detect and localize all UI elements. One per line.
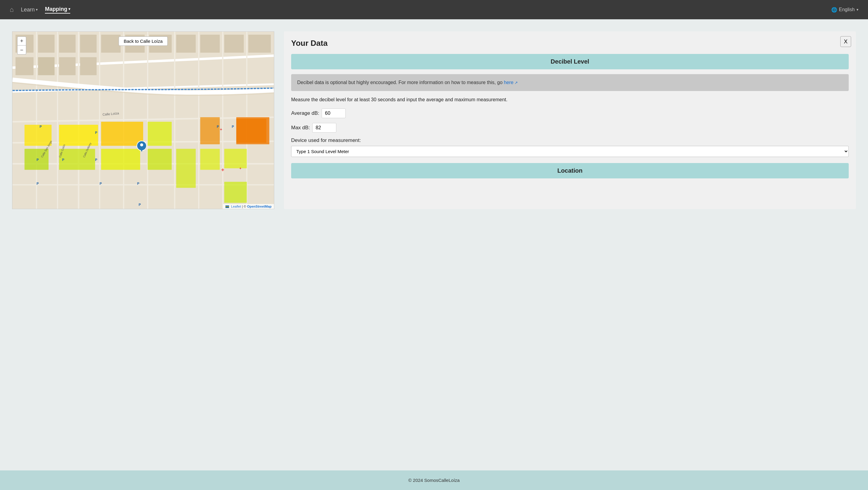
measure-instructions: Measure the decibel level for at least 3… bbox=[291, 96, 849, 104]
learn-caret-icon: ▾ bbox=[36, 7, 38, 12]
avg-db-label: Average dB: bbox=[291, 110, 319, 116]
svg-text:P: P bbox=[62, 158, 64, 161]
svg-rect-24 bbox=[176, 35, 196, 53]
learn-label: Learn bbox=[21, 7, 35, 13]
svg-rect-20 bbox=[80, 35, 97, 53]
language-selector[interactable]: 🌐 English ▾ bbox=[831, 7, 858, 13]
svg-rect-47 bbox=[200, 117, 220, 144]
svg-rect-25 bbox=[200, 35, 220, 53]
svg-text:P: P bbox=[137, 182, 139, 185]
device-select[interactable]: Type 1 Sound Level Meter Type 2 Sound Le… bbox=[291, 146, 849, 157]
max-db-input[interactable] bbox=[312, 123, 336, 132]
svg-rect-31 bbox=[80, 57, 97, 75]
svg-rect-18 bbox=[38, 35, 55, 53]
home-icon[interactable]: ⌂ bbox=[10, 6, 13, 13]
map-attribution: Leaflet | © OpenStreetMap bbox=[223, 204, 274, 209]
svg-text:P: P bbox=[39, 125, 41, 128]
footer: © 2024 SomosCalleLoíza bbox=[0, 470, 868, 490]
max-db-row: Max dB: bbox=[291, 123, 849, 132]
svg-rect-45 bbox=[24, 125, 52, 132]
device-label: Device used for measurement: bbox=[291, 137, 849, 144]
svg-rect-37 bbox=[101, 149, 140, 170]
data-panel: X Your Data Decibel Level Decibel data i… bbox=[284, 31, 856, 209]
svg-point-50 bbox=[140, 144, 143, 147]
svg-rect-36 bbox=[101, 122, 143, 146]
svg-text:+: + bbox=[239, 166, 241, 171]
svg-rect-42 bbox=[224, 149, 247, 169]
leaflet-link[interactable]: Leaflet bbox=[231, 205, 241, 208]
location-header: Location bbox=[291, 163, 849, 178]
svg-text:P: P bbox=[99, 182, 101, 185]
svg-text:✚: ✚ bbox=[221, 168, 224, 172]
decibel-level-header: Decibel Level bbox=[291, 54, 849, 69]
svg-text:P: P bbox=[36, 182, 38, 185]
zoom-out-button[interactable]: − bbox=[17, 45, 26, 55]
close-panel-button[interactable]: X bbox=[840, 36, 851, 47]
svg-text:+: + bbox=[220, 127, 222, 132]
svg-rect-40 bbox=[176, 149, 196, 188]
attribution-separator: | © bbox=[242, 205, 247, 208]
zoom-in-button[interactable]: + bbox=[17, 36, 26, 45]
info-text-part1: Decibel data is optional but highly enco… bbox=[297, 80, 504, 85]
svg-rect-39 bbox=[148, 149, 172, 170]
here-link[interactable]: here bbox=[504, 80, 518, 85]
back-to-calle-loiza-button[interactable]: Back to Calle Loíza bbox=[119, 36, 167, 46]
svg-rect-19 bbox=[59, 35, 76, 53]
osm-link[interactable]: OpenStreetMap bbox=[247, 205, 272, 208]
svg-rect-21 bbox=[101, 35, 121, 53]
decibel-info-box: Decibel data is optional but highly enco… bbox=[291, 74, 849, 91]
language-caret-icon: ▾ bbox=[857, 7, 858, 12]
navbar: ⌂ Learn ▾ Mapping ▾ 🌐 English ▾ bbox=[0, 0, 868, 19]
svg-rect-38 bbox=[148, 122, 172, 146]
svg-text:P: P bbox=[138, 203, 141, 207]
svg-text:P: P bbox=[95, 158, 97, 161]
map-zoom-controls: + − bbox=[17, 36, 26, 55]
svg-rect-30 bbox=[59, 57, 76, 75]
max-db-label: Max dB: bbox=[291, 125, 310, 131]
svg-rect-26 bbox=[224, 35, 244, 53]
avg-db-input[interactable] bbox=[321, 109, 346, 118]
globe-icon: 🌐 bbox=[831, 7, 837, 13]
svg-text:P: P bbox=[217, 125, 219, 128]
svg-rect-41 bbox=[200, 149, 220, 170]
svg-rect-29 bbox=[38, 57, 55, 75]
svg-text:P: P bbox=[36, 158, 38, 161]
mapping-menu[interactable]: Mapping ▾ bbox=[45, 6, 70, 13]
learn-menu[interactable]: Learn ▾ bbox=[21, 7, 38, 13]
copyright-text: © 2024 SomosCalleLoíza bbox=[408, 478, 460, 483]
svg-rect-34 bbox=[59, 125, 98, 146]
language-label: English bbox=[839, 7, 855, 12]
svg-rect-28 bbox=[16, 57, 33, 75]
avg-db-row: Average dB: bbox=[291, 109, 849, 118]
panel-title: Your Data bbox=[291, 38, 849, 48]
svg-rect-27 bbox=[248, 35, 271, 53]
device-section: Device used for measurement: Type 1 Soun… bbox=[291, 137, 849, 157]
svg-rect-46 bbox=[236, 117, 270, 144]
svg-text:P: P bbox=[232, 125, 234, 128]
mapping-label: Mapping bbox=[45, 6, 67, 12]
mapping-caret-icon: ▾ bbox=[68, 7, 70, 11]
svg-rect-35 bbox=[59, 149, 95, 170]
svg-text:P: P bbox=[95, 131, 97, 134]
svg-rect-44 bbox=[224, 182, 247, 203]
map-container[interactable]: + − Back to Calle Loíza bbox=[12, 31, 274, 209]
map-tiles: + + ✚ P P P P P P P P P P P Calle Loíza … bbox=[12, 32, 274, 209]
